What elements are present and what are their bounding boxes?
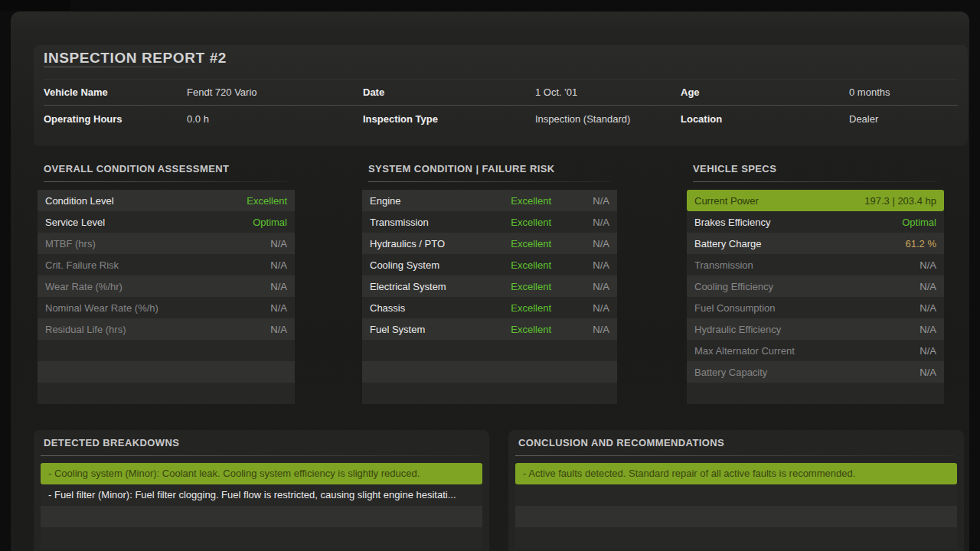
age-value: 0 months [849,86,958,98]
panel-vehicle-specs: VEHICLE SPECS Current Power 197.3 | 203.… [687,163,944,404]
row-risk: N/A [551,324,609,335]
list-item[interactable]: Brakes Efficiency Optimal [687,211,944,233]
panel-system-condition: SYSTEM CONDITION | FAILURE RISK Engine E… [362,163,617,404]
panel-overall-condition: OVERALL CONDITION ASSESSMENT Condition L… [38,163,295,404]
row-condition: Excellent [482,259,551,271]
list-item[interactable]: Fuel System Excellent N/A [362,318,617,340]
row-label: Current Power [694,195,759,207]
row-label: Chassis [370,302,405,314]
row-value: 61.2 % [906,238,936,249]
list-item-selected[interactable]: Current Power 197.3 | 203.4 hp [687,190,944,211]
list-item[interactable]: Condition Level Excellent [38,190,295,211]
list-item[interactable]: Service Level Optimal [38,211,295,233]
row-risk: N/A [551,195,609,207]
row-value: Optimal [253,217,287,228]
list-item[interactable]: - Fuel filter (Minor): Fuel filter clogg… [41,484,482,506]
panel-title: SYSTEM CONDITION | FAILURE RISK [362,163,617,175]
list-item[interactable]: Transmission N/A [687,254,944,276]
row-value: N/A [920,367,936,378]
vehicle-name-label: Vehicle Name [44,86,187,98]
date-label: Date [363,86,535,98]
row-condition: Excellent [482,324,551,335]
panel-divider [44,181,289,182]
empty-row [515,484,957,506]
list-item[interactable]: MTBF (hrs) N/A [38,233,295,254]
row-label: Fuel Consumption [694,302,776,314]
overall-condition-list: Condition Level Excellent Service Level … [38,190,295,404]
row-label: Cooling System [370,259,439,271]
empty-row [41,527,482,549]
row-label: Battery Capacity [694,367,767,378]
row-label: Brakes Efficiency [694,217,770,228]
row-label: Engine [370,195,400,207]
row-label: Transmission [694,259,753,271]
panel-title: VEHICLE SPECS [687,163,944,175]
empty-row [362,361,617,383]
row-value: 197.3 | 203.4 hp [864,195,936,207]
list-item-selected[interactable]: - Cooling system (Minor): Coolant leak. … [41,463,482,484]
list-item[interactable]: Engine Excellent N/A [362,190,617,211]
list-item[interactable]: Crit. Failure Risk N/A [38,254,295,276]
row-value: N/A [270,302,287,314]
empty-row [515,527,957,549]
list-item[interactable]: Transmission Excellent N/A [362,211,617,233]
vehicle-info-table: Vehicle Name Fendt 720 Vario Date 1 Oct.… [44,79,958,132]
date-value: 1 Oct. '01 [535,86,681,98]
list-item-selected[interactable]: - Active faults detected. Standard repai… [515,463,957,484]
row-value: N/A [270,238,287,249]
row-label: Fuel System [370,324,425,335]
vehicle-info-row: Operating Hours 0.0 h Inspection Type In… [44,106,958,132]
row-label: Nominal Wear Rate (%/h) [45,302,158,314]
row-label: Condition Level [45,195,114,207]
row-risk: N/A [551,281,609,292]
list-item[interactable]: Hydraulic Efficiency N/A [687,318,944,340]
row-label: Crit. Failure Risk [45,259,119,271]
conclusion-list: - Active faults detected. Standard repai… [515,463,957,549]
inspection-type-label: Inspection Type [363,113,535,125]
location-value: Dealer [849,113,958,125]
empty-row [38,383,295,404]
list-item[interactable]: Electrical System Excellent N/A [362,276,617,297]
row-condition: Excellent [482,217,551,228]
empty-row [687,383,944,404]
row-label: MTBF (hrs) [45,238,96,249]
row-condition: Excellent [482,302,551,314]
list-item[interactable]: Residual Life (hrs) N/A [38,318,295,340]
row-label: Electrical System [370,281,446,292]
empty-row [515,506,957,527]
row-value: N/A [920,259,936,271]
row-label: Battery Charge [694,238,761,249]
list-item[interactable]: Nominal Wear Rate (%/h) N/A [38,297,295,318]
list-item[interactable]: Cooling Efficiency N/A [687,276,944,297]
empty-row [362,383,617,404]
empty-row [38,361,295,383]
list-item[interactable]: Battery Charge 61.2 % [687,233,944,254]
vehicle-info-row: Vehicle Name Fendt 720 Vario Date 1 Oct.… [44,79,958,106]
row-risk: N/A [551,238,609,249]
row-label: Wear Rate (%/hr) [45,281,122,292]
list-item[interactable]: Fuel Consumption N/A [687,297,944,318]
inspection-report-screen: INSPECTION REPORT #2 Vehicle Name Fendt … [0,0,980,551]
row-condition: Excellent [482,281,551,292]
operating-hours-value: 0.0 h [187,113,363,125]
row-label: Hydraulics / PTO [370,238,445,249]
list-item[interactable]: Max Alternator Current N/A [687,340,944,361]
location-label: Location [681,113,849,125]
row-risk: N/A [551,302,609,314]
background-tab [0,0,70,11]
panel-detected-breakdowns: DETECTED BREAKDOWNS - Cooling system (Mi… [34,430,489,551]
list-item[interactable]: Cooling System Excellent N/A [362,254,617,276]
row-label: Hydraulic Efficiency [694,324,781,335]
system-condition-list: Engine Excellent N/A Transmission Excell… [362,190,617,404]
inspection-type-value: Inspection (Standard) [535,113,681,125]
list-item[interactable]: Hydraulics / PTO Excellent N/A [362,233,617,254]
list-item[interactable]: Battery Capacity N/A [687,361,944,383]
panel-conclusion: CONCLUSION AND RECOMMENDATIONS - Active … [508,430,964,551]
panel-divider [368,181,611,182]
row-label: Cooling Efficiency [694,281,773,292]
row-label: Residual Life (hrs) [45,324,126,335]
list-item[interactable]: Chassis Excellent N/A [362,297,617,318]
row-value: N/A [270,324,287,335]
list-item[interactable]: Wear Rate (%/hr) N/A [38,276,295,297]
row-risk: N/A [551,259,609,271]
